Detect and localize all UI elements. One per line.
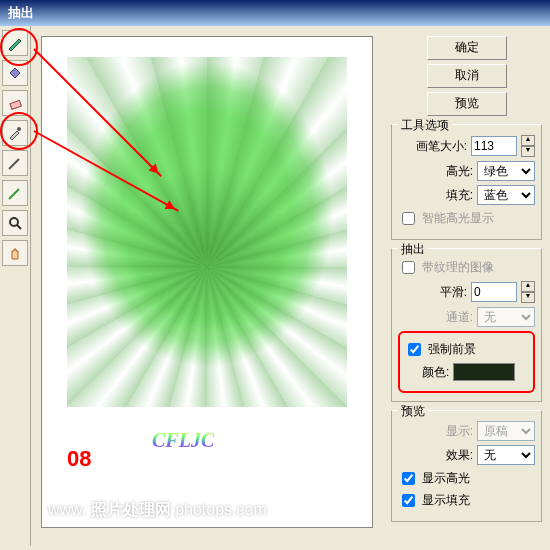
svg-rect-0 <box>10 100 21 109</box>
brush-size-input[interactable] <box>471 136 517 156</box>
textured-check[interactable] <box>402 261 415 274</box>
canvas[interactable]: CFLJC 08 www. 照片处理网 photops.com <box>41 36 373 528</box>
svg-point-2 <box>10 218 18 226</box>
highlight-label: 高光: <box>446 163 473 180</box>
fx-select[interactable]: 无 <box>477 445 535 465</box>
svg-point-1 <box>17 127 21 131</box>
channel-label: 通道: <box>446 309 473 326</box>
hand-tool[interactable] <box>2 240 28 266</box>
smart-highlight-check[interactable] <box>402 212 415 225</box>
edge-highlighter-tool[interactable] <box>2 30 28 56</box>
highlighted-region <box>67 57 347 407</box>
fill-tool[interactable] <box>2 60 28 86</box>
show-label: 显示: <box>446 423 473 440</box>
tool-options-group: 工具选项 画笔大小:▲▼ 高光:绿色 填充:蓝色 智能高光显示 <box>391 124 542 240</box>
fx-label: 效果: <box>446 447 473 464</box>
cancel-button[interactable]: 取消 <box>427 64 507 88</box>
zoom-tool[interactable] <box>2 210 28 236</box>
highlight-select[interactable]: 绿色 <box>477 161 535 181</box>
brush-spinner[interactable]: ▲▼ <box>521 135 535 157</box>
color-swatch[interactable] <box>453 363 515 381</box>
watermark: www. 照片处理网 photops.com <box>42 494 273 527</box>
extract-group: 抽出 带纹理的图像 平滑:▲▼ 通道:无 强制前景 颜色: <box>391 248 542 402</box>
show-fill-check[interactable] <box>402 494 415 507</box>
show-hl-check[interactable] <box>402 472 415 485</box>
show-hl-label: 显示高光 <box>422 470 470 487</box>
color-label: 颜色: <box>422 364 449 381</box>
smooth-label: 平滑: <box>440 284 467 301</box>
force-foreground-box: 强制前景 颜色: <box>398 331 535 393</box>
ok-button[interactable]: 确定 <box>427 36 507 60</box>
eraser-tool[interactable] <box>2 90 28 116</box>
channel-select[interactable]: 无 <box>477 307 535 327</box>
fill-label: 填充: <box>446 187 473 204</box>
smart-highlight-label: 智能高光显示 <box>422 210 494 227</box>
main: CFLJC 08 www. 照片处理网 photops.com 确定 取消 预览… <box>0 26 550 546</box>
group-title: 抽出 <box>398 241 428 258</box>
options-panel: 确定 取消 预览 工具选项 画笔大小:▲▼ 高光:绿色 填充:蓝色 智能高光显示… <box>383 26 550 546</box>
preview-button[interactable]: 预览 <box>427 92 507 116</box>
smooth-spinner[interactable]: ▲▼ <box>521 281 535 303</box>
eyedropper-tool[interactable] <box>2 120 28 146</box>
group-title: 工具选项 <box>398 117 452 134</box>
preview-area: CFLJC 08 www. 照片处理网 photops.com <box>31 26 383 546</box>
smooth-input[interactable] <box>471 282 517 302</box>
show-select[interactable]: 原稿 <box>477 421 535 441</box>
toolbar <box>0 26 31 546</box>
textured-label: 带纹理的图像 <box>422 259 494 276</box>
edge-touchup-tool[interactable] <box>2 180 28 206</box>
group-title: 预览 <box>398 403 428 420</box>
step-number: 08 <box>67 446 91 472</box>
titlebar: 抽出 <box>0 0 550 26</box>
cleanup-tool[interactable] <box>2 150 28 176</box>
fill-select[interactable]: 蓝色 <box>477 185 535 205</box>
preview-group: 预览 显示:原稿 效果:无 显示高光 显示填充 <box>391 410 542 522</box>
brush-label: 画笔大小: <box>416 138 467 155</box>
force-fg-check[interactable] <box>408 343 421 356</box>
force-fg-label: 强制前景 <box>428 341 476 358</box>
show-fill-label: 显示填充 <box>422 492 470 509</box>
logo-text: CFLJC <box>152 429 214 452</box>
